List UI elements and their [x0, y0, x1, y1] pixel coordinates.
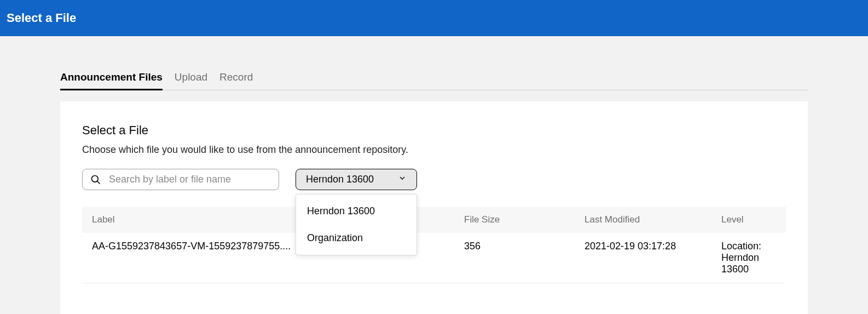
table-header-row: Label File Size Last Modified Level [82, 207, 786, 233]
controls-row: Herndon 13600 Herndon 13600 Organization [82, 169, 786, 190]
tab-record[interactable]: Record [219, 69, 253, 90]
files-table: Label File Size Last Modified Level AA-G… [82, 207, 786, 283]
tab-label: Record [219, 71, 253, 83]
cell-modified: 2021-02-19 03:17:28 [585, 241, 721, 275]
svg-point-0 [92, 175, 99, 182]
search-wrapper[interactable] [82, 169, 279, 190]
filter-dropdown: Herndon 13600 Herndon 13600 Organization [296, 169, 417, 190]
cell-size: 356 [464, 241, 585, 275]
svg-line-1 [97, 181, 100, 184]
tab-label: Announcement Files [60, 71, 163, 83]
filter-option-herndon[interactable]: Herndon 13600 [296, 198, 416, 225]
tab-bar: Announcement Files Upload Record [60, 69, 808, 90]
page-header-title: Select a File [7, 11, 76, 25]
page-header: Select a File [0, 0, 868, 36]
tab-label: Upload [175, 71, 207, 83]
filter-option-label: Organization [307, 232, 363, 243]
table-header-size: File Size [464, 214, 585, 225]
table-row[interactable]: AA-G1559237843657-VM-1559237879755.... 3… [82, 233, 786, 283]
search-input[interactable] [109, 174, 271, 185]
filter-selected-label: Herndon 13600 [306, 174, 374, 185]
tab-upload[interactable]: Upload [175, 69, 207, 90]
table-header-modified: Last Modified [585, 214, 721, 225]
cell-level: Location: Herndon 13600 [721, 241, 776, 275]
filter-option-organization[interactable]: Organization [296, 225, 416, 252]
filter-option-label: Herndon 13600 [307, 205, 375, 216]
search-icon [90, 174, 101, 185]
tab-announcement-files[interactable]: Announcement Files [60, 69, 163, 90]
filter-dropdown-menu: Herndon 13600 Organization [296, 194, 417, 255]
table-header-level: Level [721, 214, 776, 225]
chevron-down-icon [398, 174, 407, 185]
panel-description: Choose which file you would like to use … [82, 144, 786, 156]
filter-dropdown-button[interactable]: Herndon 13600 [296, 169, 417, 190]
panel-title: Select a File [82, 123, 786, 138]
main-panel: Select a File Choose which file you woul… [60, 101, 808, 314]
